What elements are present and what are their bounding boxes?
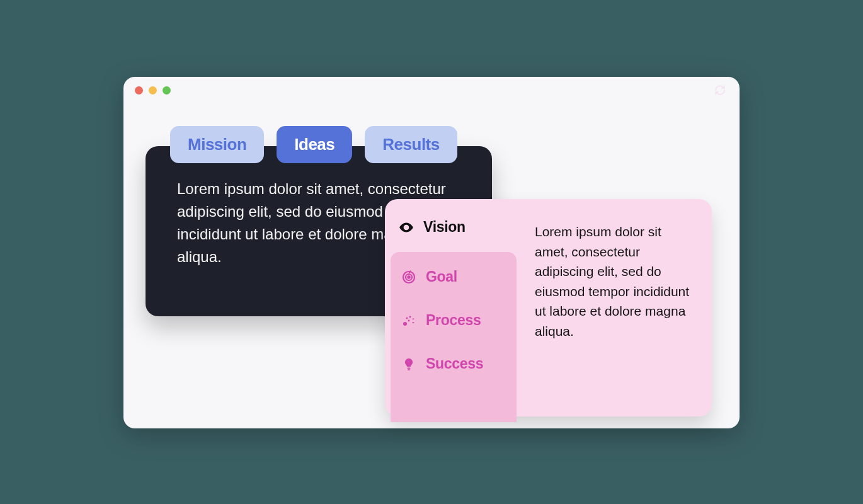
tab-ideas[interactable]: Ideas — [277, 126, 352, 163]
vertical-tab-list: Vision Goal — [385, 199, 517, 416]
vertical-tab-card: Vision Goal — [385, 199, 712, 416]
vtab-goal[interactable]: Goal — [397, 258, 510, 295]
process-icon — [401, 312, 417, 329]
vtab-vision[interactable]: Vision — [394, 209, 517, 246]
window-titlebar — [123, 77, 740, 103]
svg-point-3 — [408, 276, 409, 278]
svg-point-0 — [405, 226, 408, 228]
svg-rect-9 — [408, 369, 410, 370]
svg-rect-8 — [408, 367, 411, 369]
close-icon[interactable] — [135, 86, 143, 94]
minimize-icon[interactable] — [149, 86, 157, 94]
vtab-label: Process — [426, 312, 481, 329]
window-controls — [135, 86, 171, 94]
tab-mission[interactable]: Mission — [170, 126, 264, 163]
tab-results[interactable]: Results — [365, 126, 457, 163]
vtab-label: Vision — [423, 219, 466, 236]
vertical-tab-body: Lorem ipsum dolor sit amet, consectetur … — [535, 222, 693, 341]
vtab-process[interactable]: Process — [397, 302, 510, 339]
target-icon — [401, 269, 417, 285]
tab-bar: Mission Ideas Results — [170, 126, 457, 163]
maximize-icon[interactable] — [163, 86, 171, 94]
lightbulb-icon — [401, 356, 417, 372]
vertical-tab-inactive-group: Goal Process — [391, 252, 517, 422]
svg-point-4 — [403, 322, 407, 326]
vtab-label: Goal — [426, 268, 457, 285]
vtab-success[interactable]: Success — [397, 345, 510, 382]
svg-point-5 — [406, 317, 408, 319]
svg-point-7 — [408, 319, 410, 321]
svg-point-6 — [409, 316, 411, 318]
eye-icon — [398, 219, 414, 236]
vtab-label: Success — [426, 355, 483, 372]
vertical-tab-content: Lorem ipsum dolor sit amet, consectetur … — [517, 199, 712, 416]
refresh-icon[interactable] — [714, 84, 726, 96]
